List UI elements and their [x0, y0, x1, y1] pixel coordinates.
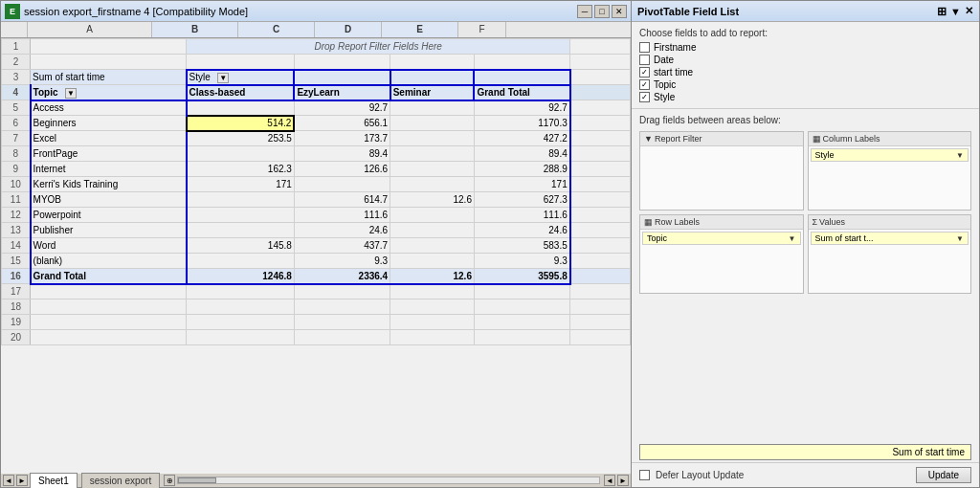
cell-13e[interactable]: 24.6 — [474, 223, 569, 238]
row-labels-area[interactable]: ▦ Row Labels Topic ▼ — [639, 214, 804, 294]
field-item-start-time[interactable]: ✓ start time — [639, 67, 971, 78]
values-dropdown-arrow[interactable]: ▼ — [956, 234, 964, 243]
minimize-button[interactable]: ─ — [577, 5, 592, 18]
cell-6c[interactable]: 656.1 — [294, 116, 390, 131]
field-checkbox-firstname[interactable] — [639, 42, 650, 53]
column-labels-content[interactable]: Style ▼ — [809, 146, 971, 210]
cell-6a[interactable]: Beginners — [31, 116, 187, 131]
values-sum-tag[interactable]: Sum of start t... ▼ — [811, 232, 969, 245]
field-checkbox-date[interactable] — [639, 55, 650, 65]
field-checkbox-topic[interactable]: ✓ — [639, 79, 650, 90]
cell-9b[interactable]: 162.3 — [187, 162, 295, 177]
cell-2b[interactable] — [187, 55, 295, 70]
cell-13b[interactable] — [187, 223, 295, 238]
column-labels-dropdown-arrow[interactable]: ▼ — [956, 151, 964, 160]
col-header-b[interactable]: B — [152, 22, 238, 37]
sheet-tab-sheet1[interactable]: Sheet1 — [30, 473, 78, 488]
cell-2a[interactable] — [31, 55, 187, 70]
cell-11d[interactable]: 12.6 — [390, 192, 475, 208]
cell-14e[interactable]: 583.5 — [474, 238, 569, 254]
cell-4e[interactable]: Grand Total — [474, 85, 569, 100]
cell-16a[interactable]: Grand Total — [31, 269, 187, 284]
cell-8b[interactable] — [187, 146, 295, 162]
cell-8e[interactable]: 89.4 — [474, 146, 569, 162]
topic-filter-dropdown[interactable]: ▼ — [65, 88, 77, 99]
cell-9e[interactable]: 288.9 — [474, 162, 569, 177]
cell-15a[interactable]: (blank) — [31, 254, 187, 269]
cell-4b[interactable]: Class-based — [187, 85, 295, 100]
scroll-right-btn[interactable]: ► — [16, 475, 28, 486]
scroll-thumb[interactable] — [178, 477, 216, 483]
update-button[interactable]: Update — [916, 467, 971, 483]
cell-2d[interactable] — [390, 55, 475, 70]
cell-9c[interactable]: 126.6 — [294, 162, 390, 177]
row-labels-topic-tag[interactable]: Topic ▼ — [642, 232, 801, 245]
cell-8d[interactable] — [390, 146, 475, 162]
cell-14b[interactable]: 145.8 — [187, 238, 295, 254]
cell-3b[interactable]: Style ▼ — [187, 70, 295, 85]
scroll-left-btn[interactable]: ◄ — [3, 475, 14, 486]
pivot-panel-controls[interactable]: ⊞ ▼ ✕ — [937, 5, 973, 18]
cell-11a[interactable]: MYOB — [31, 192, 187, 208]
cell-12a[interactable]: Powerpoint — [31, 208, 187, 223]
cell-16d[interactable]: 12.6 — [390, 269, 475, 284]
field-item-topic[interactable]: ✓ Topic — [639, 79, 971, 90]
cell-11c[interactable]: 614.7 — [294, 192, 390, 208]
field-checkbox-start-time[interactable]: ✓ — [639, 67, 650, 78]
drop-filter-area[interactable]: Drop Report Filter Fields Here — [187, 39, 570, 55]
cell-10e[interactable]: 171 — [474, 177, 569, 192]
cell-14d[interactable] — [390, 238, 475, 254]
values-content[interactable]: Sum of start t... ▼ — [809, 230, 971, 293]
pivot-close-btn[interactable]: ▼ — [950, 6, 961, 17]
col-header-c[interactable]: C — [238, 22, 315, 37]
cell-10a[interactable]: Kerri's Kids Training — [31, 177, 187, 192]
cell-12c[interactable]: 111.6 — [294, 208, 390, 223]
col-header-e[interactable]: E — [382, 22, 458, 37]
close-button[interactable]: ✕ — [612, 5, 627, 18]
page-left-btn[interactable]: ◄ — [604, 475, 615, 486]
cell-8c[interactable]: 89.4 — [294, 146, 390, 162]
report-filter-area[interactable]: ▼ Report Filter — [639, 131, 804, 211]
cell-14c[interactable]: 437.7 — [294, 238, 390, 254]
cell-5d[interactable] — [390, 100, 475, 116]
cell-7a[interactable]: Excel — [31, 131, 187, 146]
cell-4c[interactable]: EzyLearn — [294, 85, 390, 100]
field-item-firstname[interactable]: Firstname — [639, 42, 971, 53]
cell-14a[interactable]: Word — [31, 238, 187, 254]
cell-13c[interactable]: 24.6 — [294, 223, 390, 238]
cell-9d[interactable] — [390, 162, 475, 177]
cell-3d[interactable] — [390, 70, 475, 85]
new-sheet-btn[interactable]: ⊕ — [164, 475, 175, 486]
cell-11b[interactable] — [187, 192, 295, 208]
row-labels-dropdown-arrow[interactable]: ▼ — [789, 234, 796, 243]
cell-16c[interactable]: 2336.4 — [294, 269, 390, 284]
cell-16b[interactable]: 1246.8 — [187, 269, 295, 284]
cell-9a[interactable]: Internet — [31, 162, 187, 177]
cell-3c[interactable] — [294, 70, 390, 85]
cell-10c[interactable] — [294, 177, 390, 192]
cell-3e[interactable] — [474, 70, 569, 85]
cell-6b[interactable]: 514.2 — [187, 116, 295, 131]
column-labels-style-tag[interactable]: Style ▼ — [811, 148, 969, 162]
cell-16e[interactable]: 3595.8 — [474, 269, 569, 284]
cell-4d[interactable]: Seminar — [390, 85, 475, 100]
cell-6d[interactable] — [390, 116, 475, 131]
cell-4a[interactable]: Topic ▼ — [31, 85, 187, 100]
cell-7b[interactable]: 253.5 — [187, 131, 295, 146]
cell-12d[interactable] — [390, 208, 475, 223]
report-filter-content[interactable] — [640, 146, 803, 210]
cell-5c[interactable]: 92.7 — [294, 100, 390, 116]
column-labels-area[interactable]: ▦ Column Labels Style ▼ — [808, 131, 972, 211]
cell-15d[interactable] — [390, 254, 475, 269]
cell-15e[interactable]: 9.3 — [474, 254, 569, 269]
window-controls[interactable]: ─ □ ✕ — [577, 5, 627, 18]
style-filter-dropdown[interactable]: ▼ — [217, 73, 229, 83]
cell-13d[interactable] — [390, 223, 475, 238]
cell-10d[interactable] — [390, 177, 475, 192]
cell-5e[interactable]: 92.7 — [474, 100, 569, 116]
cell-3a[interactable]: Sum of start time — [31, 70, 187, 85]
cell-7c[interactable]: 173.7 — [294, 131, 390, 146]
cell-6e[interactable]: 1170.3 — [474, 116, 569, 131]
cell-15b[interactable] — [187, 254, 295, 269]
pivot-options-btn[interactable]: ⊞ — [937, 5, 947, 18]
